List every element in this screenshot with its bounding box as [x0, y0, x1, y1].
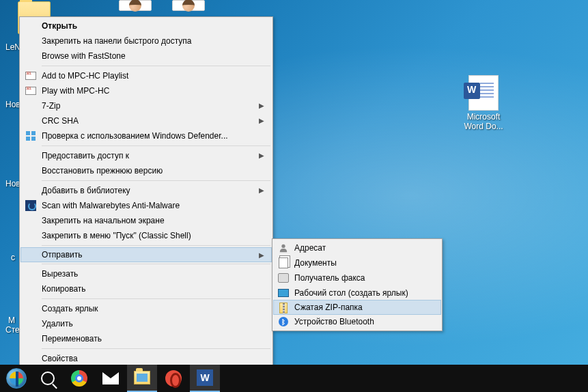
mpc-icon	[25, 70, 37, 82]
start-button[interactable]	[1, 365, 31, 392]
context-menu-item[interactable]: Вырезать	[21, 266, 271, 281]
taskbar-word-button[interactable]: W	[190, 365, 220, 392]
submenu-item[interactable]: Адресат	[274, 240, 440, 255]
context-menu-item[interactable]: Scan with Malwarebytes Anti-Malware	[21, 198, 271, 213]
chrome-icon	[71, 370, 87, 387]
submenu-item[interactable]: ᛒУстройство Bluetooth	[274, 314, 440, 329]
menu-item-label: Переименовать	[42, 334, 102, 344]
context-menu[interactable]: ОткрытьЗакрепить на панели быстрого дост…	[19, 16, 273, 368]
menu-separator	[42, 180, 270, 181]
context-menu-item[interactable]: Play with MPC-HC	[21, 83, 271, 98]
submenu-arrow-icon: ▶	[259, 186, 264, 194]
context-menu-item[interactable]: Browse with FastStone	[21, 48, 271, 64]
menu-item-label: Создать ярлык	[42, 304, 98, 313]
taskbar-mail-button[interactable]	[96, 365, 126, 392]
submenu-item[interactable]: Сжатая ZIP-папка	[273, 300, 441, 315]
desktop-icon-label: Microsoft Word Do...	[458, 113, 509, 132]
context-menu-item[interactable]: Закрепить в меню "Пуск" (Classic Shell)	[21, 228, 271, 243]
context-menu-item[interactable]: Копировать	[21, 281, 271, 296]
word-icon: W	[197, 369, 213, 386]
explorer-icon	[134, 371, 150, 384]
context-menu-item[interactable]: Свойства	[21, 351, 271, 366]
menu-item-label: Проверка с использованием Windows Defend…	[42, 131, 228, 141]
person-icon	[277, 242, 290, 254]
context-menu-item[interactable]: Восстановить прежнюю версию	[21, 163, 271, 178]
submenu-arrow-icon: ▶	[259, 152, 264, 159]
menu-item-label: Устройство Bluetooth	[294, 317, 374, 326]
submenu-item[interactable]: Документы	[274, 255, 440, 270]
context-submenu-send-to[interactable]: АдресатДокументыПолучатель факсаРабочий …	[272, 238, 443, 331]
menu-item-label: Вырезать	[42, 269, 78, 279]
submenu-arrow-icon: ▶	[259, 117, 264, 124]
search-icon	[41, 372, 55, 385]
opera-icon	[165, 370, 182, 387]
menu-separator	[42, 348, 270, 349]
menu-item-label: 7-Zip	[42, 101, 60, 111]
desktop-label-partial: Нов	[5, 179, 20, 188]
desktop-word-doc[interactable]: Microsoft Word Do...	[458, 75, 509, 132]
menu-item-label: Закрепить на панели быстрого доступа	[42, 36, 192, 46]
mpc-icon	[25, 85, 37, 97]
menu-separator	[42, 298, 270, 299]
mbam-icon	[25, 199, 37, 212]
desktop-label-partial: c	[11, 253, 15, 262]
mail-icon	[102, 372, 119, 384]
menu-item-label: Удалить	[42, 319, 73, 328]
menu-item-label: Получатель факса	[294, 273, 365, 283]
menu-item-label: Копировать	[42, 284, 86, 294]
svg-point-4	[281, 244, 285, 248]
menu-separator	[42, 66, 270, 66]
menu-item-label: Рабочий стол (создать ярлык)	[294, 288, 408, 298]
menu-item-label: Отправить	[42, 250, 83, 260]
bt-icon: ᛒ	[277, 316, 290, 328]
menu-separator	[42, 264, 270, 264]
word-doc-icon	[468, 75, 499, 111]
submenu-item[interactable]: Рабочий стол (создать ярлык)	[274, 285, 440, 300]
desktop-label-partial: M	[8, 316, 15, 325]
photo-icon	[119, 0, 152, 11]
menu-item-label: Документы	[294, 258, 337, 268]
context-menu-item[interactable]: Проверка с использованием Windows Defend…	[21, 128, 271, 143]
menu-item-label: Восстановить прежнюю версию	[42, 166, 163, 176]
defender-icon	[25, 130, 37, 142]
context-menu-item[interactable]: Переименовать	[21, 331, 271, 346]
taskbar-explorer-button[interactable]	[127, 365, 157, 392]
menu-separator	[42, 245, 270, 246]
context-menu-item[interactable]: Открыть	[21, 18, 271, 33]
taskbar-search-button[interactable]	[33, 365, 63, 392]
context-menu-item[interactable]: Add to MPC-HC Playlist	[21, 68, 271, 83]
menu-item-label: CRC SHA	[42, 116, 79, 126]
submenu-arrow-icon: ▶	[259, 251, 264, 259]
context-menu-item[interactable]: Закрепить на начальном экране	[21, 213, 271, 228]
taskbar-opera-button[interactable]	[158, 365, 188, 392]
desktop-photo-icon[interactable]	[163, 0, 214, 11]
menu-item-label: Свойства	[42, 354, 78, 363]
taskbar: W	[0, 365, 588, 392]
menu-item-label: Сжатая ZIP-папка	[294, 303, 363, 312]
menu-item-label: Add to MPC-HC Playlist	[42, 71, 128, 81]
submenu-item[interactable]: Получатель факса	[274, 270, 440, 285]
docs-icon	[277, 257, 290, 269]
context-menu-item[interactable]: Добавить в библиотеку▶	[21, 183, 271, 198]
desktop-label-partial: Нов	[5, 100, 20, 109]
submenu-arrow-icon: ▶	[259, 102, 264, 109]
context-menu-item[interactable]: Создать ярлык	[21, 301, 271, 316]
menu-item-label: Browse with FastStone	[42, 51, 126, 61]
context-menu-item[interactable]: Закрепить на панели быстрого доступа	[21, 33, 271, 48]
taskbar-chrome-button[interactable]	[64, 365, 94, 392]
svg-rect-0	[26, 131, 30, 135]
context-menu-item[interactable]: Отправить▶	[20, 247, 272, 262]
photo-icon	[172, 0, 205, 11]
desktop-photo-icon[interactable]	[109, 0, 161, 11]
menu-item-label: Добавить в библиотеку	[42, 186, 130, 195]
menu-item-label: Scan with Malwarebytes Anti-Malware	[42, 201, 180, 210]
context-menu-item[interactable]: 7-Zip▶	[21, 98, 271, 113]
start-icon	[6, 368, 27, 389]
context-menu-item[interactable]: Удалить	[21, 316, 271, 331]
desktop-label-partial: LeN	[5, 42, 20, 52]
zip-icon	[277, 302, 290, 314]
menu-item-label: Закрепить в меню "Пуск" (Classic Shell)	[42, 231, 191, 240]
context-menu-item[interactable]: CRC SHA▶	[21, 113, 271, 128]
context-menu-item[interactable]: Предоставить доступ к▶	[21, 148, 271, 163]
desktop-label-partial: Сте	[5, 325, 20, 335]
